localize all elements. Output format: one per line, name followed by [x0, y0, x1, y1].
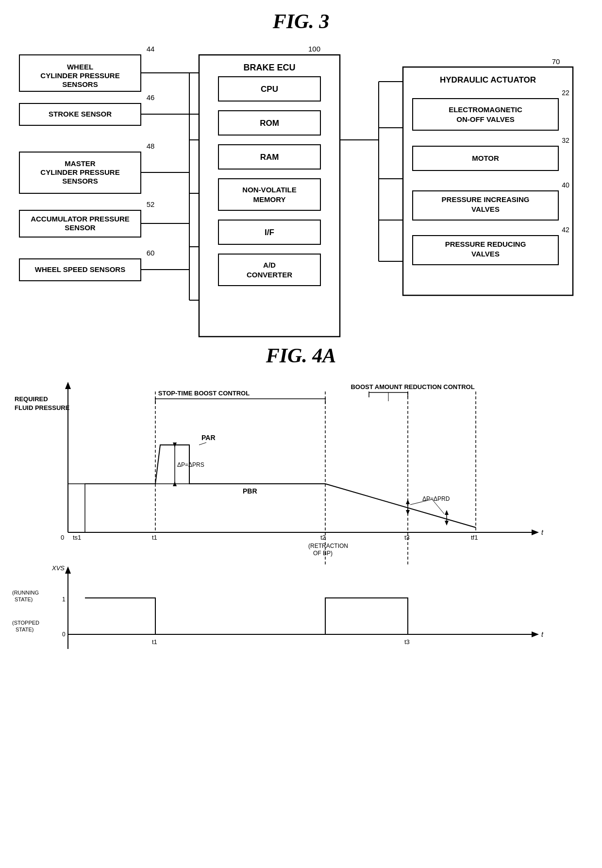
svg-text:MOTOR: MOTOR — [472, 154, 499, 162]
svg-text:CYLINDER PRESSURE: CYLINDER PRESSURE — [40, 168, 119, 176]
svg-text:ELECTROMAGNETIC: ELECTROMAGNETIC — [449, 105, 522, 114]
svg-text:48: 48 — [147, 142, 155, 150]
svg-text:t1: t1 — [152, 638, 157, 646]
svg-text:ACCUMULATOR PRESSURE: ACCUMULATOR PRESSURE — [31, 215, 130, 223]
svg-text:XVS: XVS — [51, 564, 65, 572]
fig4a-title: FIG. 4A — [10, 344, 592, 367]
sensor-60: 60 WHEEL SPEED SENSORS — [19, 249, 154, 281]
svg-text:MEMORY: MEMORY — [253, 195, 286, 204]
svg-text:WHEEL: WHEEL — [67, 63, 93, 71]
svg-text:VALVES: VALVES — [471, 250, 500, 258]
fig4a-area: FIG. 4A REQUIRED FLUID PRESSURE t 0 ts1 … — [10, 344, 592, 659]
svg-text:SENSOR: SENSOR — [65, 223, 96, 232]
svg-rect-68 — [413, 99, 558, 130]
svg-text:1: 1 — [62, 596, 66, 603]
svg-text:42: 42 — [562, 226, 569, 234]
sensor-44: 44 WHEEL CYLINDER PRESSURE SENSORS — [19, 45, 154, 91]
svg-text:60: 60 — [147, 249, 155, 257]
hydraulic-actuator: 70 HYDRAULIC ACTUATOR 22 ELECTROMAGNETIC… — [403, 57, 573, 295]
fig4a-diagram: REQUIRED FLUID PRESSURE t 0 ts1 t1 t2 (R… — [10, 377, 592, 659]
svg-text:STATE): STATE) — [15, 596, 33, 602]
svg-text:A/D: A/D — [263, 261, 276, 269]
svg-text:ts1: ts1 — [73, 534, 81, 541]
svg-text:22: 22 — [562, 89, 569, 97]
svg-text:(RUNNING: (RUNNING — [12, 590, 39, 596]
svg-text:STOP-TIME BOOST CONTROL: STOP-TIME BOOST CONTROL — [158, 390, 250, 397]
svg-text:VALVES: VALVES — [471, 205, 500, 213]
svg-text:t1: t1 — [152, 534, 157, 541]
svg-text:PRESSURE REDUCING: PRESSURE REDUCING — [445, 240, 526, 248]
svg-marker-114 — [445, 510, 449, 515]
svg-text:WHEEL SPEED SENSORS: WHEEL SPEED SENSORS — [35, 265, 125, 273]
svg-text:t2: t2 — [320, 534, 326, 541]
svg-text:I/F: I/F — [265, 228, 274, 237]
fig3-diagram: 44 WHEEL CYLINDER PRESSURE SENSORS 46 ST… — [10, 43, 592, 344]
svg-text:ON-OFF VALVES: ON-OFF VALVES — [456, 115, 514, 123]
brake-ecu: 100 BRAKE ECU CPU ROM RAM NON-VOLATILE M… — [199, 45, 340, 337]
svg-text:HYDRAULIC ACTUATOR: HYDRAULIC ACTUATOR — [440, 75, 536, 85]
svg-text:0: 0 — [61, 534, 64, 541]
svg-line-109 — [325, 484, 476, 528]
svg-rect-48 — [218, 254, 320, 286]
svg-text:44: 44 — [147, 45, 155, 53]
svg-rect-43 — [218, 179, 320, 210]
svg-text:REQUIRED: REQUIRED — [15, 395, 48, 403]
svg-text:70: 70 — [552, 57, 560, 66]
svg-text:100: 100 — [308, 45, 320, 53]
sensor-52: 52 ACCUMULATOR PRESSURE SENSOR — [19, 200, 154, 237]
fig3-area: FIG. 3 44 WHEEL CYLINDER PRESSURE SENSOR… — [10, 10, 592, 344]
svg-text:STATE): STATE) — [16, 627, 33, 632]
svg-marker-129 — [65, 566, 71, 574]
svg-text:CPU: CPU — [261, 85, 278, 94]
svg-text:0: 0 — [62, 631, 66, 638]
svg-text:40: 40 — [562, 181, 569, 189]
svg-marker-112 — [406, 510, 410, 515]
svg-text:PBR: PBR — [243, 487, 257, 495]
svg-text:t: t — [541, 528, 544, 536]
page: FIG. 3 44 WHEEL CYLINDER PRESSURE SENSOR… — [0, 0, 602, 868]
svg-text:46: 46 — [147, 93, 155, 102]
svg-text:STROKE SENSOR: STROKE SENSOR — [49, 110, 112, 118]
svg-marker-131 — [532, 631, 539, 637]
svg-text:SENSORS: SENSORS — [62, 80, 98, 88]
svg-text:NON-VOLATILE: NON-VOLATILE — [242, 186, 296, 194]
svg-text:t: t — [541, 630, 544, 638]
svg-text:CONVERTER: CONVERTER — [247, 271, 292, 279]
svg-text:SENSORS: SENSORS — [62, 177, 98, 185]
svg-text:t3: t3 — [404, 534, 410, 541]
svg-text:PAR: PAR — [201, 434, 216, 442]
svg-text:52: 52 — [147, 200, 155, 208]
svg-marker-83 — [65, 382, 71, 389]
svg-text:CYLINDER PRESSURE: CYLINDER PRESSURE — [40, 71, 119, 80]
fig3-title: FIG. 3 — [10, 10, 592, 33]
svg-text:tf1: tf1 — [471, 534, 478, 541]
svg-text:PRESSURE INCREASING: PRESSURE INCREASING — [442, 195, 530, 204]
svg-text:32: 32 — [562, 136, 569, 144]
svg-text:MASTER: MASTER — [65, 159, 96, 168]
svg-text:BOOST AMOUNT REDUCTION CONTROL: BOOST AMOUNT REDUCTION CONTROL — [351, 383, 474, 391]
svg-text:ΔP=ΔPRD: ΔP=ΔPRD — [422, 495, 450, 502]
sensor-48: 48 MASTER CYLINDER PRESSURE SENSORS — [19, 142, 154, 193]
svg-text:t3: t3 — [404, 638, 410, 646]
sensor-46: 46 STROKE SENSOR — [19, 93, 154, 125]
svg-marker-111 — [406, 499, 410, 504]
svg-text:OF BP): OF BP) — [313, 550, 333, 557]
svg-line-103 — [199, 443, 206, 445]
svg-text:RAM: RAM — [260, 153, 279, 162]
svg-text:(STOPPED: (STOPPED — [12, 620, 39, 626]
svg-marker-115 — [445, 521, 449, 526]
svg-text:FLUID PRESSURE: FLUID PRESSURE — [15, 404, 70, 411]
svg-text:(RETRACTION: (RETRACTION — [308, 543, 348, 549]
svg-text:BRAKE ECU: BRAKE ECU — [243, 63, 295, 72]
svg-text:ROM: ROM — [260, 119, 279, 128]
svg-marker-85 — [532, 529, 539, 535]
svg-text:ΔP=ΔPRS: ΔP=ΔPRS — [177, 461, 204, 468]
